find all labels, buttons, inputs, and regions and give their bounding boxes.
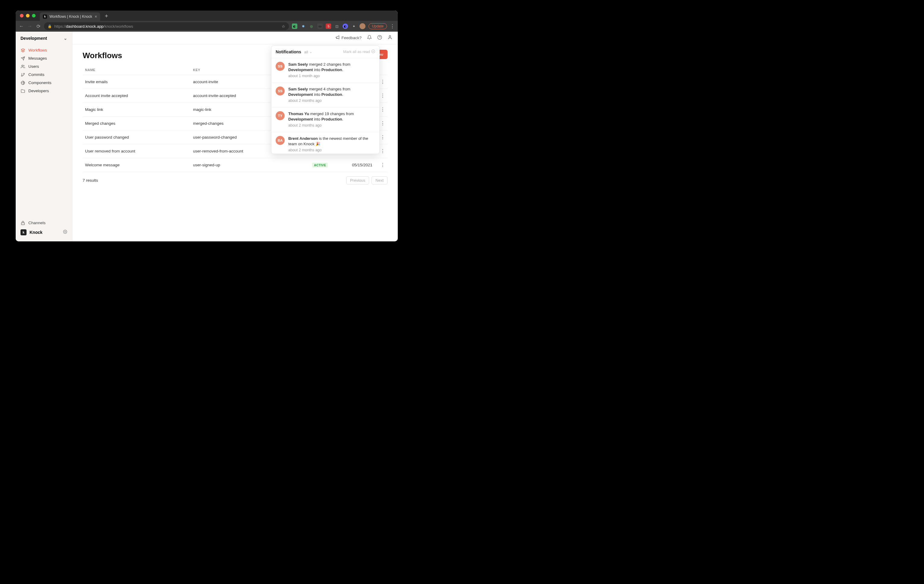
- sidebar-item-users[interactable]: Users: [16, 63, 72, 71]
- extension-icon[interactable]: ◐: [292, 23, 297, 29]
- send-icon: [20, 56, 25, 61]
- mark-read-label: Mark all as read: [343, 50, 370, 54]
- notification-message: Sam Seely merged 2 changes from Developm…: [288, 62, 375, 72]
- sidebar-item-label: Users: [28, 64, 39, 69]
- extension-icon[interactable]: ✱: [300, 23, 306, 29]
- back-button[interactable]: ←: [19, 23, 24, 29]
- forward-button[interactable]: →: [27, 23, 33, 29]
- cell-name: Merged changes: [82, 117, 191, 130]
- globe-icon: [20, 81, 25, 85]
- svg-rect-9: [21, 223, 25, 224]
- favicon-icon: k: [43, 15, 47, 19]
- extensions-puzzle-icon[interactable]: ✦: [351, 23, 356, 29]
- extension-icon[interactable]: ◫: [334, 23, 340, 29]
- results-count: 7 results: [82, 178, 98, 183]
- notification-item[interactable]: SSSam Seely merged 2 changes from Develo…: [271, 58, 380, 83]
- notifications-bell-button[interactable]: [367, 35, 372, 41]
- browser-menu-button[interactable]: ⋮: [390, 23, 395, 29]
- notifications-popover: Notifications all ⌄ Mark all as read SSS…: [271, 46, 380, 154]
- notifications-filter[interactable]: all ⌄: [304, 50, 312, 54]
- notifications-header: Notifications all ⌄ Mark all as read: [271, 46, 380, 58]
- extension-icon[interactable]: ▭: [317, 23, 323, 29]
- filter-label: all: [304, 50, 308, 54]
- extension-icons: ◐ ✱ ◎ ▭ 5 ◫ ◐ ✦ Update ⋮: [292, 23, 395, 29]
- sidebar-item-commits[interactable]: Commits: [16, 71, 72, 79]
- browser-toolbar: ← → ⟳ 🔒 https://dashboard.knock.app/knoc…: [16, 21, 398, 32]
- sidebar-item-components[interactable]: Components: [16, 79, 72, 87]
- user-menu-button[interactable]: [388, 35, 392, 41]
- sidebar-item-developers[interactable]: Developers: [16, 87, 72, 95]
- row-actions-button[interactable]: ⋮: [380, 121, 385, 126]
- column-header-name[interactable]: NAME: [82, 65, 191, 75]
- notification-time: about 1 month ago: [288, 74, 375, 79]
- row-actions-button[interactable]: ⋮: [380, 163, 385, 168]
- new-tab-button[interactable]: ＋: [104, 12, 109, 19]
- topbar: Feedback?: [73, 32, 398, 44]
- maximize-window-button[interactable]: [32, 14, 36, 18]
- feedback-button[interactable]: Feedback?: [335, 35, 361, 40]
- profile-avatar[interactable]: [360, 23, 366, 29]
- previous-button[interactable]: Previous: [346, 176, 370, 184]
- cell-name: Welcome message: [82, 158, 191, 172]
- address-bar[interactable]: 🔒 https://dashboard.knock.app/knock/work…: [44, 22, 289, 30]
- browser-tab[interactable]: k Workflows | Knock | Knock ×: [40, 12, 100, 21]
- org-selector[interactable]: k Knock: [16, 227, 72, 238]
- status-badge: ACTIVE: [312, 163, 328, 168]
- chevron-down-icon: ⌄: [64, 36, 67, 41]
- close-window-button[interactable]: [20, 14, 23, 18]
- svg-point-10: [64, 231, 66, 232]
- notification-body: Brent Anderson is the newest member of t…: [288, 136, 375, 153]
- sidebar-footer: Channels k Knock: [16, 215, 72, 241]
- notification-body: Sam Seely merged 2 changes from Developm…: [288, 62, 375, 79]
- gear-icon[interactable]: [63, 230, 67, 235]
- extension-icon[interactable]: ◐: [343, 23, 348, 29]
- layers-icon: [20, 48, 25, 53]
- notification-item[interactable]: SSSam Seely merged 4 changes from Develo…: [271, 83, 380, 108]
- avatar: BA: [276, 136, 285, 145]
- avatar: SS: [276, 62, 285, 71]
- extension-icon[interactable]: 5: [326, 23, 331, 29]
- sidebar: Development ⌄ Workflows Messages: [16, 32, 73, 241]
- cell-name: User removed from account: [82, 144, 191, 158]
- row-actions-button[interactable]: ⋮: [380, 79, 385, 84]
- close-tab-button[interactable]: ×: [95, 14, 97, 19]
- extension-icon[interactable]: ◎: [309, 23, 314, 29]
- mark-all-read-button[interactable]: Mark all as read: [343, 49, 375, 54]
- next-button[interactable]: Next: [371, 176, 388, 184]
- reload-button[interactable]: ⟳: [36, 23, 41, 29]
- folder-icon: [20, 89, 25, 93]
- lock-icon: [20, 221, 25, 225]
- environment-selector[interactable]: Development ⌄: [16, 32, 72, 45]
- notification-message: Thomas Yu merged 19 changes from Develop…: [288, 111, 375, 122]
- minimize-window-button[interactable]: [26, 14, 30, 18]
- notification-message: Brent Anderson is the newest member of t…: [288, 136, 375, 147]
- row-actions-button[interactable]: ⋮: [380, 148, 385, 154]
- notification-item[interactable]: BABrent Anderson is the newest member of…: [271, 132, 380, 154]
- notifications-title: Notifications: [276, 49, 301, 54]
- sidebar-item-messages[interactable]: Messages: [16, 54, 72, 63]
- sidebar-item-label: Channels: [28, 220, 46, 225]
- table-row[interactable]: Welcome messageuser-signed-upACTIVE05/15…: [82, 158, 388, 172]
- branch-icon: [20, 72, 25, 77]
- svg-point-13: [389, 36, 391, 37]
- row-actions-button[interactable]: ⋮: [380, 93, 385, 98]
- lock-icon: 🔒: [48, 25, 52, 28]
- org-name: Knock: [30, 230, 43, 235]
- row-actions-button[interactable]: ⋮: [380, 135, 385, 140]
- notification-time: about 2 months ago: [288, 98, 375, 104]
- window-controls: [20, 14, 36, 18]
- cell-status: ACTIVE: [299, 158, 330, 172]
- browser-tab-bar: k Workflows | Knock | Knock × ＋: [16, 11, 398, 21]
- help-button[interactable]: [377, 35, 382, 41]
- notification-item[interactable]: TYThomas Yu merged 19 changes from Devel…: [271, 108, 380, 132]
- sidebar-item-workflows[interactable]: Workflows: [16, 46, 72, 54]
- sidebar-item-label: Commits: [28, 72, 45, 77]
- row-actions-button[interactable]: ⋮: [380, 107, 385, 112]
- avatar: SS: [276, 87, 285, 95]
- notification-time: about 2 months ago: [288, 148, 375, 153]
- update-button[interactable]: Update: [368, 23, 387, 29]
- chevron-down-icon: ⌄: [309, 50, 312, 54]
- bookmark-star-icon[interactable]: ☆: [282, 24, 285, 29]
- sidebar-item-channels[interactable]: Channels: [16, 219, 72, 227]
- svg-point-14: [371, 50, 375, 53]
